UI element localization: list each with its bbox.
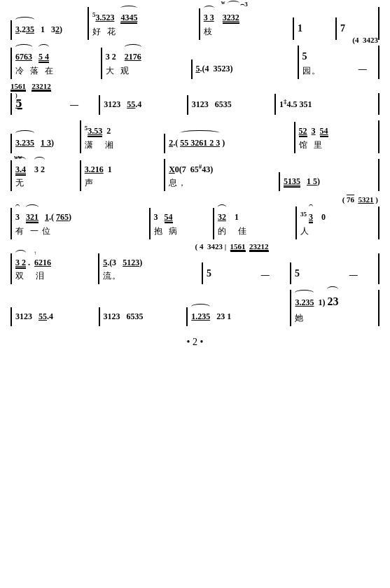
notes-r2c5: — (358, 62, 375, 77)
notes-r2c1: 6763 5 4 (15, 50, 97, 65)
lyrics-r2c4: 园。 (302, 65, 351, 77)
notes-r6c4: 35 3 0 (300, 209, 375, 225)
lyrics-r6c4: 人 (300, 225, 375, 237)
lyrics-r7c2: 流。 (103, 270, 198, 282)
lyrics-r2c2: 大 观 (106, 65, 188, 77)
lyrics-r4c2: 潇 湘 (85, 139, 160, 151)
notes-r3c2: 3123 55.4 (104, 97, 183, 113)
notes-r8c3: 1.235 23 1 (191, 309, 286, 325)
notes-r7c3b: — (261, 267, 286, 283)
notes-r7c2: 5.(3 5123) (103, 255, 198, 271)
notes-r7c4b: — (349, 267, 375, 283)
notes-r2c3: 5.(4 3523) (196, 62, 294, 77)
notes-r2c4: 5 (302, 48, 351, 65)
lyrics-r4c4: 馆 里 (299, 139, 375, 151)
notes-r7c1: 3 2 . ↑ 6216 (15, 255, 95, 271)
lyrics-r6c2: 抱 病 (154, 225, 210, 237)
notes-r8c4: 3.235 1) 23 (295, 292, 375, 312)
note: 32) (51, 24, 62, 34)
lyrics-r6c3: 的 佳 (218, 225, 292, 237)
notes-r4c3: 2.( 55 3261 2 3 ) (169, 136, 290, 151)
notes-r3c3: 3123 6535 (192, 97, 271, 113)
notes-r3c4: 1‡4.5 351 (279, 96, 375, 113)
lyrics-r1c3: 枝 (204, 26, 289, 38)
notes-r5c3: X0(7 65#43) (169, 161, 275, 178)
notes-r4c1: 3.235 1 3) (15, 136, 76, 151)
notes-r8c2: 3123 6535 (104, 309, 183, 325)
notes-r7c4: 5 (295, 265, 342, 282)
notes-r5c2: 3.216 1 (85, 162, 160, 178)
notes-r8c1: 3123 55.4 (15, 309, 95, 325)
note: 1 (41, 24, 45, 34)
notes-r3dash: — (70, 97, 95, 113)
note: 3.235 (15, 24, 34, 34)
notes-r1c3: 3 3 w ⌢3 3232 (204, 10, 289, 26)
notes-r7c3: 5 (207, 265, 254, 282)
notes-r1c1: 3.235 1 32) (15, 22, 84, 38)
lyrics-r8c4: 她 (295, 312, 375, 324)
lyrics-r6c1: 有 一 位 (15, 225, 146, 237)
lyrics-r2c1: 冷 落 在 (15, 65, 97, 77)
score-container: 3.235 1 32) 53.523 4345 好 花 (11, 7, 379, 326)
notes-r6c3: 32 1 (218, 210, 292, 225)
notes-r4c2: 53.53 2 (85, 122, 160, 139)
page-number: • 2 • (11, 337, 379, 348)
notes-r1c4: 1 (298, 20, 332, 37)
lyrics-r7c1: 双 泪 (15, 270, 95, 282)
lyrics-r5c2: 声 (85, 177, 160, 189)
notes-r5c1: ww 3.4 3 2 (15, 162, 76, 178)
notes-r1c2: 53.523 4345 (92, 9, 195, 26)
lyrics-r5c3: 息， (169, 177, 275, 189)
lyrics-r5c1: 无 (15, 177, 76, 189)
notes-r2c2: 3 2 2176 (106, 50, 188, 65)
notes-r6c1: 3 321 1.( 765) (15, 210, 146, 225)
notes-r5c4: 5135 1 5) (284, 174, 375, 190)
notes-r4c4: 52 3 54 (299, 124, 375, 139)
notes-r6c2: 3 54 (154, 210, 210, 225)
notes-r3c1: ) 5̲ (15, 95, 63, 113)
lyrics-r1c2: 好 花 (92, 26, 195, 38)
